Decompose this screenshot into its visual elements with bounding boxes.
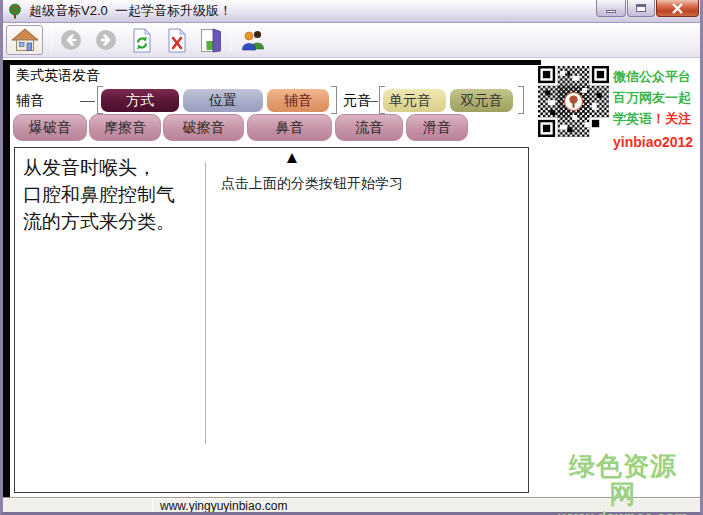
connector-line — [365, 101, 378, 102]
wechat-caption: 微信公众平台 百万网友一起 学英语！关注 yinbiao2012 — [613, 66, 699, 153]
toolbar-separator — [51, 27, 52, 53]
stop-page-icon — [167, 28, 187, 53]
minimize-button[interactable] — [596, 0, 626, 17]
monophthong-button[interactable]: 单元音 — [383, 89, 446, 112]
stop-button[interactable] — [167, 28, 187, 53]
back-button[interactable] — [60, 29, 82, 51]
section-title: 美式英语发音 — [16, 67, 100, 85]
group-bracket-close — [518, 86, 524, 114]
status-bar-separator — [152, 499, 153, 512]
minimize-icon — [606, 10, 616, 13]
status-url: www.yingyuyinbiao.com — [160, 499, 287, 513]
close-icon — [672, 3, 683, 14]
content-frame-left-bar — [3, 60, 10, 497]
consonant-button[interactable]: 辅音 — [267, 89, 329, 112]
title-bar: 超级音标V2.0 一起学音标升级版！ — [0, 0, 703, 23]
consonant-group-label: 辅音 — [16, 92, 44, 110]
hint-text: 点击上面的分类按钮开始学习 — [221, 175, 403, 193]
forward-button[interactable] — [95, 29, 117, 51]
caption-line: 百万网友一起 — [613, 87, 699, 108]
nasal-button[interactable]: 鼻音 — [247, 114, 332, 141]
users-button[interactable] — [239, 28, 267, 52]
app-tree-icon — [7, 3, 23, 19]
exit-button[interactable] — [200, 28, 222, 53]
caption-line: 学英语！关注 — [613, 108, 699, 129]
lesson-content-box: 从发音时喉头， 口腔和鼻腔控制气 流的方式来分类。 ▲ 点击上面的分类按钮开始学… — [14, 147, 529, 493]
description-line: 从发音时喉头， — [23, 154, 175, 181]
description-line: 口腔和鼻腔控制气 — [23, 181, 175, 208]
qr-code — [538, 65, 609, 138]
watermark-url: www.downcc.com — [556, 508, 690, 515]
content-frame-top-bar — [3, 60, 541, 65]
method-button[interactable]: 方式 — [101, 89, 179, 112]
connector-line — [80, 101, 95, 102]
fricative-button[interactable]: 摩擦音 — [89, 114, 161, 141]
liquid-button[interactable]: 流音 — [335, 114, 403, 141]
watermark-name: 绿色资源网 — [556, 452, 690, 508]
caption-line: 微信公众平台 — [613, 66, 699, 87]
forward-arrow-icon — [95, 29, 117, 51]
refresh-page-icon — [132, 28, 152, 53]
plosive-button[interactable]: 爆破音 — [13, 114, 87, 141]
diphthong-button[interactable]: 双元音 — [450, 89, 513, 112]
affricate-button[interactable]: 破擦音 — [163, 114, 244, 141]
category-description: 从发音时喉头， 口腔和鼻腔控制气 流的方式来分类。 — [23, 154, 175, 235]
description-line: 流的方式来分类。 — [23, 208, 175, 235]
wechat-id: yinbiao2012 — [613, 132, 699, 153]
maximize-button[interactable] — [627, 0, 655, 17]
home-icon — [10, 27, 40, 53]
back-arrow-icon — [60, 29, 82, 51]
refresh-button[interactable] — [132, 28, 152, 53]
up-arrow-icon: ▲ — [270, 148, 314, 168]
glide-button[interactable]: 滑音 — [406, 114, 468, 141]
site-watermark: 绿色资源网 www.downcc.com — [556, 452, 690, 515]
close-button[interactable] — [656, 0, 699, 17]
position-button[interactable]: 位置 — [183, 89, 263, 112]
home-button[interactable] — [6, 25, 43, 55]
exit-door-icon — [200, 28, 222, 53]
toolbar — [0, 23, 703, 58]
window-controls — [596, 0, 699, 17]
maximize-icon — [636, 4, 646, 12]
users-icon — [239, 28, 267, 52]
window-title: 超级音标V2.0 一起学音标升级版！ — [29, 2, 232, 20]
toolbar-separator — [230, 27, 231, 53]
group-bracket-close — [331, 86, 337, 114]
vertical-divider — [205, 162, 206, 444]
